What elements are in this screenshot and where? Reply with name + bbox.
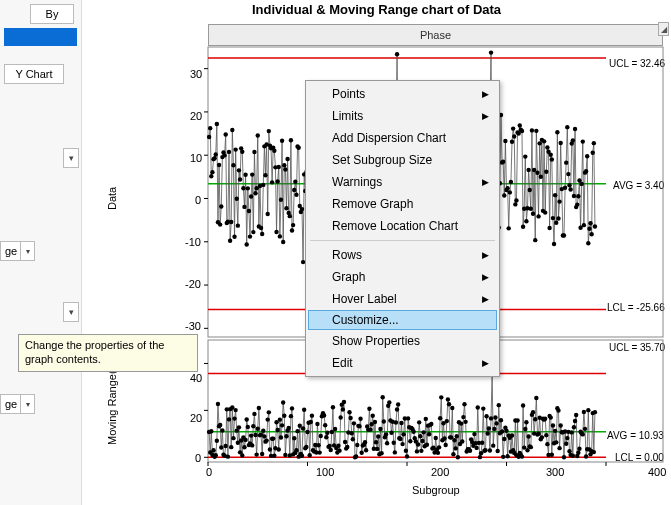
svg-point-316 — [547, 226, 551, 230]
svg-point-567 — [438, 416, 442, 420]
chevron-down-icon[interactable]: ▾ — [21, 394, 35, 414]
svg-point-425 — [281, 400, 285, 404]
menu-item-rows[interactable]: Rows▶ — [308, 244, 497, 266]
svg-point-579 — [451, 452, 455, 456]
svg-point-282 — [510, 140, 514, 144]
svg-point-303 — [533, 238, 537, 242]
menu-item-limits[interactable]: Limits▶ — [308, 105, 497, 127]
svg-point-616 — [492, 427, 496, 431]
svg-point-402 — [256, 427, 260, 431]
menu-separator — [310, 240, 495, 241]
svg-point-620 — [497, 403, 501, 407]
svg-point-447 — [305, 430, 309, 434]
svg-point-506 — [371, 414, 375, 418]
menu-item-set-subgroup-size[interactable]: Set Subgroup Size — [308, 149, 497, 171]
menu-item-add-dispersion-chart[interactable]: Add Dispersion Chart — [308, 127, 497, 149]
chevron-right-icon: ▶ — [482, 250, 489, 260]
svg-point-392 — [244, 417, 248, 421]
svg-point-9 — [208, 126, 212, 130]
left-dropdown-1[interactable]: ▾ — [63, 148, 79, 168]
variable-slot-selected[interactable] — [4, 28, 77, 46]
svg-point-653 — [533, 417, 537, 421]
left-combo-1[interactable]: ge — [0, 241, 21, 261]
svg-point-495 — [358, 416, 362, 420]
svg-point-390 — [242, 445, 246, 449]
svg-point-81 — [288, 214, 292, 218]
svg-point-280 — [508, 190, 512, 194]
svg-point-301 — [531, 212, 535, 216]
svg-point-555 — [425, 442, 429, 446]
menu-item-hover-label[interactable]: Hover Label▶ — [308, 288, 497, 310]
svg-point-565 — [436, 451, 440, 455]
svg-point-339 — [573, 127, 577, 131]
left-panel: By Y Chart ▾ ge ▾ ▾ ge ▾ — [0, 0, 82, 505]
svg-point-586 — [459, 421, 463, 425]
left-dropdown-2[interactable]: ▾ — [63, 302, 79, 322]
svg-point-322 — [554, 221, 558, 225]
svg-point-86 — [293, 180, 297, 184]
svg-point-13 — [212, 156, 216, 160]
svg-point-263 — [489, 50, 493, 54]
svg-point-510 — [375, 447, 379, 451]
by-button[interactable]: By — [30, 4, 74, 24]
svg-point-423 — [279, 435, 283, 439]
svg-point-606 — [481, 406, 485, 410]
svg-point-538 — [406, 416, 410, 420]
svg-point-444 — [302, 408, 306, 412]
svg-point-401 — [254, 452, 258, 456]
left-combo-2[interactable]: ge — [0, 394, 21, 414]
yscale-button[interactable]: Y Chart — [4, 64, 64, 84]
svg-point-583 — [456, 455, 460, 459]
svg-point-462 — [322, 413, 326, 417]
svg-point-36 — [238, 177, 242, 181]
menu-item-remove-location-chart[interactable]: Remove Location Chart — [308, 215, 497, 237]
svg-point-427 — [283, 453, 287, 457]
svg-point-399 — [252, 412, 256, 416]
svg-point-572 — [443, 443, 447, 447]
menu-item-points[interactable]: Points▶ — [308, 83, 497, 105]
svg-point-619 — [495, 449, 499, 453]
svg-point-31 — [232, 234, 236, 238]
svg-point-382 — [233, 408, 237, 412]
svg-point-284 — [512, 134, 516, 138]
svg-point-625 — [502, 437, 506, 441]
svg-point-659 — [540, 435, 544, 439]
svg-point-641 — [520, 454, 524, 458]
menu-item-show-properties[interactable]: Show Properties — [308, 330, 497, 352]
svg-point-44 — [247, 209, 251, 213]
svg-point-549 — [418, 434, 422, 438]
svg-point-613 — [489, 416, 493, 420]
svg-point-85 — [292, 188, 296, 192]
svg-point-351 — [586, 241, 590, 245]
svg-point-526 — [393, 450, 397, 454]
svg-point-400 — [253, 433, 257, 437]
svg-point-346 — [581, 139, 585, 143]
svg-point-82 — [289, 138, 293, 142]
svg-point-422 — [278, 417, 282, 421]
menu-item-warnings[interactable]: Warnings▶ — [308, 171, 497, 193]
svg-point-525 — [392, 441, 396, 445]
svg-point-18 — [218, 222, 222, 226]
svg-point-430 — [287, 426, 291, 430]
svg-point-42 — [244, 242, 248, 246]
menu-item-graph[interactable]: Graph▶ — [308, 266, 497, 288]
svg-point-38 — [240, 150, 244, 154]
svg-point-449 — [308, 453, 312, 457]
svg-point-582 — [455, 434, 459, 438]
menu-item-edit[interactable]: Edit▶ — [308, 352, 497, 374]
svg-point-600 — [474, 446, 478, 450]
svg-point-543 — [411, 430, 415, 434]
svg-point-413 — [268, 447, 272, 451]
svg-point-458 — [317, 450, 321, 454]
svg-point-589 — [462, 402, 466, 406]
svg-point-663 — [544, 433, 548, 437]
svg-point-298 — [528, 188, 532, 192]
svg-point-69 — [274, 230, 278, 234]
svg-point-533 — [400, 442, 404, 446]
menu-item-remove-graph[interactable]: Remove Graph — [308, 193, 497, 215]
chevron-down-icon[interactable]: ▾ — [21, 241, 35, 261]
menu-item-customize-[interactable]: Customize... — [308, 310, 497, 330]
svg-point-472 — [333, 427, 337, 431]
svg-point-537 — [405, 454, 409, 458]
chevron-right-icon: ▶ — [482, 272, 489, 282]
